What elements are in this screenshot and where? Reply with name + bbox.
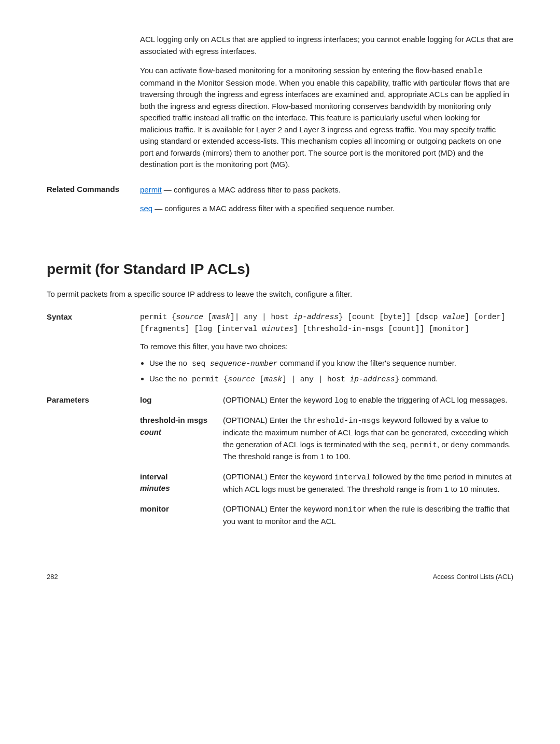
page-subhead: To permit packets from a specific source… (47, 288, 513, 300)
parameters-label: Parameters (47, 394, 140, 536)
syntax-bullet-1: Use the no seq sequence-number command i… (149, 357, 513, 370)
syntax-bullets: Use the no seq sequence-number command i… (140, 357, 513, 385)
syntax-content: permit {source [mask]| any | host ip-add… (140, 311, 513, 394)
param-name-threshold: threshold-in msgs count (140, 415, 223, 463)
related-commands-label: Related Commands (47, 184, 140, 222)
param-row-interval: intervalminutes (OPTIONAL) Enter the key… (140, 471, 513, 495)
param-name-monitor: monitor (140, 503, 223, 527)
syntax-code: permit {source [mask]| any | host ip-add… (140, 311, 513, 335)
enable-code: enable (455, 67, 482, 75)
related-commands-section: Related Commands permit — configures a M… (47, 184, 513, 222)
top-para-2: You can activate flow-based monitoring f… (140, 65, 513, 171)
param-desc-monitor: (OPTIONAL) Enter the keyword monitor whe… (223, 503, 513, 527)
syntax-intro: To remove this filter, you have two choi… (140, 341, 513, 353)
parameters-table: log (OPTIONAL) Enter the keyword log to … (140, 394, 513, 536)
syntax-section: Syntax permit {source [mask]| any | host… (47, 311, 513, 394)
parameters-section: Parameters log (OPTIONAL) Enter the keyw… (47, 394, 513, 536)
param-name-log: log (140, 394, 223, 407)
param-desc-threshold: (OPTIONAL) Enter the threshold-in-msgs k… (223, 415, 513, 463)
permit-link[interactable]: permit (140, 185, 162, 194)
page-number: 282 (47, 572, 58, 582)
top-para-1: ACL logging only on ACLs that are applie… (140, 34, 513, 57)
seq-link[interactable]: seq (140, 204, 152, 213)
syntax-bullet-2: Use the no permit {source [mask] | any |… (149, 373, 513, 385)
related-seq-line: seq — configures a MAC address filter wi… (140, 203, 395, 215)
related-commands-content: permit — configures a MAC address filter… (140, 184, 395, 222)
page-footer: 282 Access Control Lists (ACL) (47, 572, 513, 582)
syntax-label: Syntax (47, 311, 140, 394)
page-heading: permit (for Standard IP ACLs) (47, 258, 513, 280)
param-row-threshold: threshold-in msgs count (OPTIONAL) Enter… (140, 415, 513, 463)
param-row-monitor: monitor (OPTIONAL) Enter the keyword mon… (140, 503, 513, 527)
param-desc-log: (OPTIONAL) Enter the keyword log to enab… (223, 394, 513, 407)
param-name-interval: intervalminutes (140, 471, 223, 495)
top-paragraphs: ACL logging only on ACLs that are applie… (140, 34, 513, 171)
related-permit-line: permit — configures a MAC address filter… (140, 184, 395, 196)
footer-title: Access Control Lists (ACL) (433, 572, 513, 582)
param-desc-interval: (OPTIONAL) Enter the keyword interval fo… (223, 471, 513, 495)
param-row-log: log (OPTIONAL) Enter the keyword log to … (140, 394, 513, 407)
